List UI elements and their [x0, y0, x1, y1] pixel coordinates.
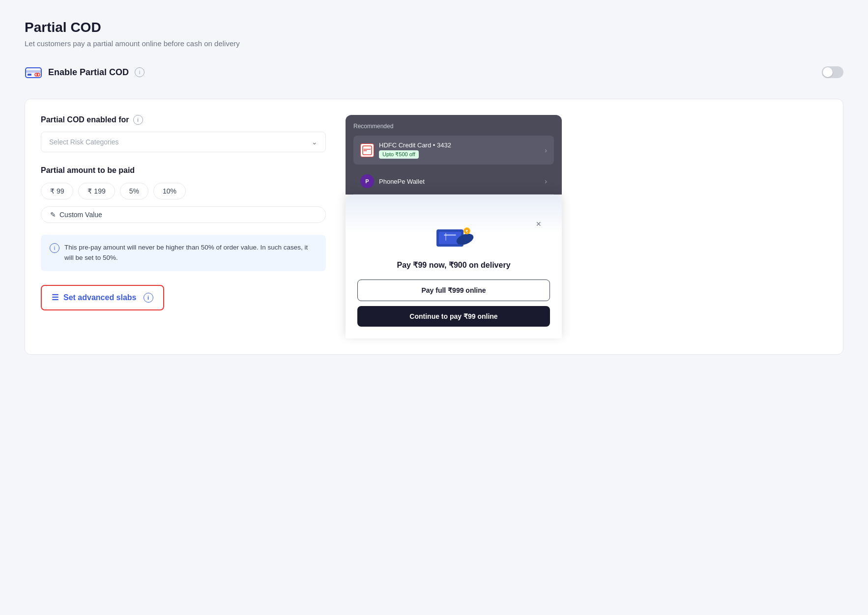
phonepe-icon: P	[360, 174, 374, 188]
enabled-for-info-icon[interactable]: i	[133, 115, 143, 125]
info-circle-icon: i	[50, 243, 59, 253]
main-card: Partial COD enabled for i Select Risk Ca…	[25, 99, 843, 355]
recommended-label: Recommended	[353, 123, 554, 130]
modal-illustration: ₹	[357, 212, 550, 252]
enabled-for-text: Partial COD enabled for	[41, 115, 129, 124]
svg-rect-7	[364, 150, 367, 151]
hdfc-info: HDFC Credit Card • 3432 Upto ₹500 off	[379, 141, 451, 159]
custom-value-button[interactable]: ✎ Custom Value	[41, 206, 326, 223]
hdfc-icon	[360, 143, 374, 157]
pencil-icon: ✎	[50, 211, 56, 219]
enabled-for-label: Partial COD enabled for i	[41, 115, 326, 125]
page-subtitle: Let customers pay a partial amount onlin…	[25, 39, 843, 48]
continue-pay-button[interactable]: Continue to pay ₹99 online	[357, 306, 550, 327]
hdfc-item-left: HDFC Credit Card • 3432 Upto ₹500 off	[360, 141, 451, 159]
phonepe-chevron-right-icon: ›	[545, 177, 547, 185]
cod-modal: × ₹	[346, 195, 562, 338]
modal-close-button[interactable]: ×	[536, 219, 541, 229]
select-placeholder: Select Risk Categories	[49, 138, 119, 146]
chevron-down-icon: ⌄	[312, 138, 318, 146]
enable-info-icon[interactable]: i	[135, 67, 145, 77]
amount-options-group: ₹ 99 ₹ 199 5% 10%	[41, 183, 326, 199]
advanced-slabs-label: Set advanced slabs	[63, 293, 137, 302]
hdfc-chevron-right-icon: ›	[545, 146, 547, 154]
phonepe-payment-item[interactable]: P PhonePe Wallet ›	[353, 168, 554, 195]
modal-title: Pay ₹99 now, ₹900 on delivery	[357, 260, 550, 270]
risk-categories-select[interactable]: Select Risk Categories ⌄	[41, 132, 326, 152]
amount-chip-10pct[interactable]: 10%	[153, 183, 186, 199]
hdfc-offer-badge: Upto ₹500 off	[379, 150, 419, 159]
enable-partial-cod-label: Enable Partial COD	[48, 67, 129, 78]
modal-content: × ₹	[357, 212, 550, 327]
svg-rect-1	[26, 70, 41, 73]
pay-full-button[interactable]: Pay full ₹999 online	[357, 280, 550, 301]
phonepe-item-left: P PhonePe Wallet	[360, 174, 425, 188]
hdfc-payment-item[interactable]: HDFC Credit Card • 3432 Upto ₹500 off ›	[353, 136, 554, 165]
advanced-slabs-info-icon[interactable]: i	[144, 293, 153, 303]
amount-chip-199[interactable]: ₹ 199	[78, 183, 115, 199]
right-panel: Recommended HDFC Credit Card • 3432 Upto…	[346, 115, 562, 338]
phone-mockup: Recommended HDFC Credit Card • 3432 Upto…	[346, 115, 562, 195]
svg-rect-2	[28, 74, 31, 76]
info-box-icon: i	[50, 243, 59, 263]
enable-partial-cod-row: Enable Partial COD i	[25, 63, 843, 81]
info-box-text: This pre-pay amount will never be higher…	[64, 243, 317, 263]
svg-rect-6	[364, 149, 371, 150]
svg-point-4	[35, 73, 38, 76]
slabs-list-icon: ☰	[52, 293, 58, 302]
advanced-slabs-button[interactable]: ☰ Set advanced slabs i	[41, 285, 164, 310]
amount-chip-5pct[interactable]: 5%	[120, 183, 148, 199]
hdfc-name: HDFC Credit Card • 3432	[379, 141, 451, 149]
left-panel: Partial COD enabled for i Select Risk Ca…	[41, 115, 326, 310]
custom-value-label: Custom Value	[59, 211, 102, 219]
phonepe-name: PhonePe Wallet	[379, 178, 425, 185]
page-title: Partial COD	[25, 20, 843, 35]
amount-label: Partial amount to be paid	[41, 166, 326, 175]
cod-icon	[25, 63, 42, 81]
svg-rect-12	[445, 233, 446, 241]
info-box: i This pre-pay amount will never be high…	[41, 235, 326, 271]
amount-chip-99[interactable]: ₹ 99	[41, 183, 73, 199]
enable-partial-cod-toggle[interactable]	[822, 66, 843, 78]
